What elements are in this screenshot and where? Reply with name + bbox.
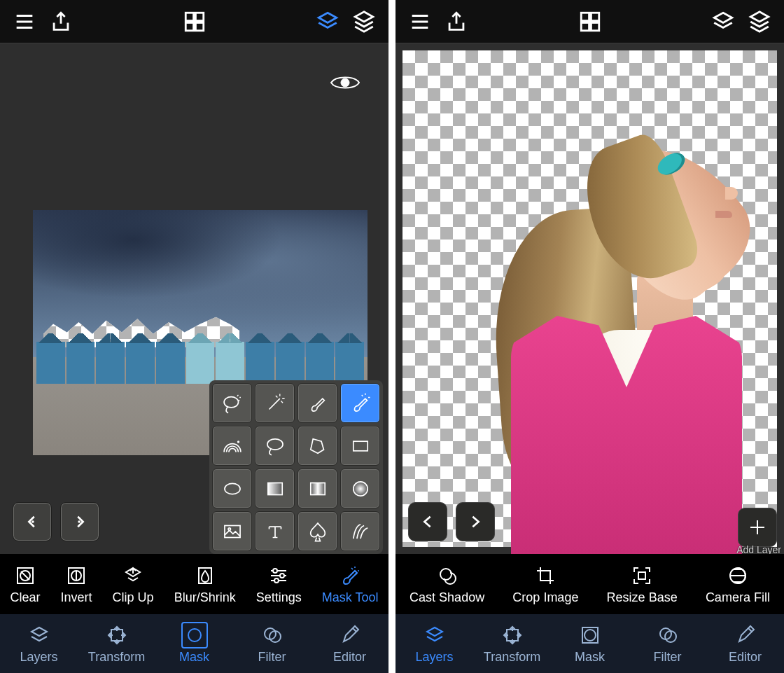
tab-editor[interactable]: Editor bbox=[311, 614, 388, 673]
crop-image-button[interactable]: Crop Image bbox=[512, 564, 578, 605]
action-bar: Clear Invert Clip Up Blur/Shrink Setting… bbox=[0, 554, 388, 614]
svg-rect-33 bbox=[591, 22, 598, 30]
svg-point-39 bbox=[584, 630, 596, 641]
resize-base-label: Resize Base bbox=[607, 590, 678, 605]
svg-point-17 bbox=[78, 520, 80, 523]
nav-arrows bbox=[13, 502, 99, 541]
spade-icon[interactable] bbox=[298, 511, 337, 551]
settings-button[interactable]: Settings bbox=[256, 564, 302, 605]
list-icon[interactable] bbox=[13, 10, 36, 34]
tab-bar: Layers Transform Mask Filter Editor bbox=[396, 614, 784, 673]
svg-point-10 bbox=[224, 483, 239, 494]
list-icon[interactable] bbox=[408, 10, 432, 34]
subject-cutout bbox=[469, 99, 735, 547]
right-panel: Add Layer Cast Shadow Crop Image Resize … bbox=[396, 0, 784, 673]
tab-transform-label: Transform bbox=[484, 650, 540, 665]
hair-icon[interactable] bbox=[340, 511, 380, 551]
invert-button[interactable]: Invert bbox=[61, 564, 92, 605]
settings-label: Settings bbox=[256, 590, 302, 605]
rectangle-icon[interactable] bbox=[340, 426, 380, 466]
svg-point-25 bbox=[274, 578, 279, 583]
blur-label: Blur/Shrink bbox=[174, 590, 236, 605]
svg-point-27 bbox=[188, 629, 201, 641]
invert-label: Invert bbox=[61, 590, 92, 605]
next-button[interactable] bbox=[456, 502, 495, 541]
tab-bar: Layers Transform Mask Filter Editor bbox=[0, 614, 388, 673]
svg-rect-1 bbox=[195, 13, 203, 20]
canvas-area[interactable] bbox=[0, 43, 388, 554]
svg-rect-2 bbox=[186, 22, 193, 30]
grid-icon[interactable] bbox=[183, 10, 206, 34]
layers-stack-icon[interactable] bbox=[748, 10, 771, 34]
image-icon[interactable] bbox=[212, 511, 252, 551]
camera-fill-button[interactable]: Camera Fill bbox=[706, 564, 770, 605]
blur-button[interactable]: Blur/Shrink bbox=[174, 564, 236, 605]
text-icon[interactable] bbox=[255, 511, 295, 551]
layers-stack-icon[interactable] bbox=[352, 10, 376, 34]
ellipse-icon[interactable] bbox=[212, 469, 252, 508]
magic-brush-icon[interactable] bbox=[340, 383, 380, 423]
crop-image-label: Crop Image bbox=[512, 590, 578, 605]
add-layer-label: Add Layer bbox=[736, 544, 781, 554]
prev-button[interactable] bbox=[408, 502, 447, 541]
gradient-vert-icon[interactable] bbox=[255, 469, 295, 508]
grid-icon[interactable] bbox=[578, 10, 602, 34]
svg-point-4 bbox=[341, 78, 349, 87]
tab-filter[interactable]: Filter bbox=[629, 614, 706, 673]
svg-point-23 bbox=[273, 569, 277, 573]
canvas-area[interactable]: Add Layer bbox=[396, 43, 784, 554]
canvas-image bbox=[402, 50, 777, 547]
svg-point-6 bbox=[224, 396, 238, 407]
svg-rect-37 bbox=[507, 630, 518, 641]
svg-point-34 bbox=[440, 569, 451, 580]
prev-step-button[interactable] bbox=[13, 502, 52, 541]
resize-base-button[interactable]: Resize Base bbox=[607, 564, 678, 605]
clear-button[interactable]: Clear bbox=[10, 564, 41, 605]
svg-rect-9 bbox=[353, 441, 367, 451]
lasso-icon[interactable] bbox=[255, 426, 295, 466]
tab-layers[interactable]: Layers bbox=[0, 614, 78, 673]
top-bar bbox=[0, 0, 388, 43]
clipup-button[interactable]: Clip Up bbox=[113, 564, 154, 605]
action-bar: Cast Shadow Crop Image Resize Base Camer… bbox=[396, 554, 784, 614]
tab-layers[interactable]: Layers bbox=[396, 614, 473, 673]
svg-rect-35 bbox=[638, 572, 645, 579]
polygon-icon[interactable] bbox=[298, 426, 337, 466]
masktool-button[interactable]: Mask Tool bbox=[322, 564, 379, 605]
tab-layers-label: Layers bbox=[20, 650, 57, 665]
camera-fill-label: Camera Fill bbox=[706, 590, 770, 605]
svg-point-13 bbox=[353, 481, 367, 495]
svg-point-8 bbox=[267, 438, 282, 449]
tab-editor-label: Editor bbox=[729, 650, 762, 665]
tab-editor[interactable]: Editor bbox=[706, 614, 784, 673]
layer-icon[interactable] bbox=[711, 10, 735, 34]
svg-rect-0 bbox=[186, 13, 193, 20]
svg-rect-11 bbox=[267, 483, 281, 494]
layer-icon[interactable] bbox=[316, 10, 340, 34]
tab-transform[interactable]: Transform bbox=[78, 614, 155, 673]
tab-filter[interactable]: Filter bbox=[233, 614, 311, 673]
rainbow-icon[interactable] bbox=[212, 426, 252, 466]
add-layer-button[interactable] bbox=[738, 508, 777, 547]
radial-icon[interactable] bbox=[340, 469, 380, 508]
gradient-horiz-icon[interactable] bbox=[298, 469, 337, 508]
clipup-label: Clip Up bbox=[113, 590, 154, 605]
share-icon[interactable] bbox=[49, 10, 73, 34]
tab-mask[interactable]: Mask bbox=[155, 614, 233, 673]
cast-shadow-button[interactable]: Cast Shadow bbox=[410, 564, 484, 605]
tab-mask-label: Mask bbox=[179, 650, 209, 665]
clear-label: Clear bbox=[10, 590, 41, 605]
tab-mask[interactable]: Mask bbox=[551, 614, 629, 673]
tab-transform[interactable]: Transform bbox=[473, 614, 551, 673]
visibility-eye-icon[interactable] bbox=[330, 73, 360, 95]
share-icon[interactable] bbox=[444, 10, 468, 34]
tab-layers-label: Layers bbox=[415, 650, 453, 665]
svg-rect-30 bbox=[581, 13, 589, 20]
tab-filter-label: Filter bbox=[258, 650, 286, 665]
magic-wand-icon[interactable] bbox=[255, 383, 295, 423]
svg-point-15 bbox=[228, 527, 230, 529]
svg-rect-14 bbox=[224, 525, 239, 537]
magic-lasso-icon[interactable] bbox=[212, 383, 252, 423]
brush-icon[interactable] bbox=[298, 383, 337, 423]
next-step-button[interactable] bbox=[60, 502, 99, 541]
